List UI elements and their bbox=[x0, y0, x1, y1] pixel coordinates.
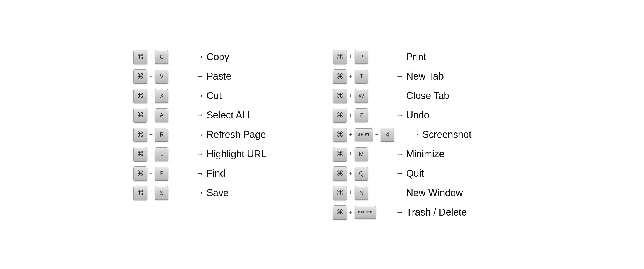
shortcut-row-cut: ⌘+X→Cut bbox=[133, 86, 311, 105]
plus-sign: + bbox=[349, 131, 353, 138]
letter-key: F bbox=[155, 167, 168, 180]
cmd-key: ⌘ bbox=[333, 108, 347, 122]
cmd-key: ⌘ bbox=[133, 166, 147, 181]
action-label: Select ALL bbox=[207, 110, 253, 121]
plus-sign: + bbox=[349, 53, 353, 60]
action-label: Cut bbox=[207, 90, 222, 101]
letter-key: N bbox=[355, 186, 368, 200]
cmd-key: ⌘ bbox=[133, 69, 147, 83]
letter-key: S bbox=[155, 186, 168, 200]
cmd-key: ⌘ bbox=[133, 128, 147, 142]
plus-sign: + bbox=[149, 92, 153, 99]
plus-sign: + bbox=[349, 189, 353, 196]
arrow: → bbox=[196, 53, 204, 61]
action-label: Save bbox=[207, 187, 229, 199]
letter-key: Q bbox=[355, 167, 368, 180]
shortcut-row-new-tab: ⌘+T→New Tab bbox=[333, 67, 511, 86]
shortcut-row-copy: ⌘+C→Copy bbox=[133, 47, 311, 67]
letter-key: R bbox=[155, 128, 168, 141]
key-combo: ⌘+F bbox=[133, 166, 193, 181]
action-label: Undo bbox=[406, 110, 430, 121]
letter-key: A bbox=[155, 108, 168, 122]
action-label: Screenshot bbox=[422, 129, 472, 140]
shortcut-row-minimize: ⌘+M→Minimize bbox=[333, 144, 511, 164]
key-combo: ⌘+A bbox=[133, 108, 193, 122]
arrow: → bbox=[196, 169, 204, 178]
shortcut-row-screenshot: ⌘+SHIFT+4→Screenshot bbox=[333, 125, 511, 144]
plus-sign: + bbox=[349, 73, 353, 80]
plus-sign: + bbox=[349, 92, 353, 99]
cmd-key: ⌘ bbox=[333, 186, 347, 200]
letter-key: C bbox=[155, 50, 168, 64]
key-combo: ⌘+C bbox=[133, 50, 193, 64]
arrow: → bbox=[396, 150, 404, 158]
action-label: Refresh Page bbox=[207, 129, 266, 140]
action-label: Quit bbox=[406, 168, 424, 179]
plus-sign: + bbox=[149, 131, 153, 138]
arrow: → bbox=[196, 111, 204, 120]
num-key: 4 bbox=[381, 128, 394, 141]
action-label: Trash / Delete bbox=[406, 207, 467, 218]
action-label: Minimize bbox=[406, 148, 445, 160]
cmd-key: ⌘ bbox=[133, 89, 147, 103]
delete-key: DELETE bbox=[355, 206, 376, 219]
plus-sign: + bbox=[349, 170, 353, 177]
cmd-key: ⌘ bbox=[333, 205, 347, 219]
cmd-key: ⌘ bbox=[333, 166, 347, 181]
action-label: Highlight URL bbox=[207, 148, 267, 160]
plus-sign: + bbox=[349, 209, 353, 216]
plus-sign: + bbox=[375, 131, 379, 138]
shortcut-row-find: ⌘+F→Find bbox=[133, 164, 311, 183]
shortcut-row-close-tab: ⌘+W→Close Tab bbox=[333, 86, 511, 105]
shortcut-row-trash-delete: ⌘+DELETE→Trash / Delete bbox=[333, 203, 511, 222]
arrow: → bbox=[196, 130, 204, 139]
cmd-key: ⌘ bbox=[333, 128, 347, 142]
shortcut-row-quit: ⌘+Q→Quit bbox=[333, 164, 511, 183]
letter-key: P bbox=[355, 50, 368, 64]
shortcut-row-refresh: ⌘+R→Refresh Page bbox=[133, 125, 311, 144]
letter-key: T bbox=[355, 70, 368, 83]
key-combo: ⌘+Z bbox=[333, 108, 392, 122]
action-label: Copy bbox=[207, 51, 229, 63]
arrow: → bbox=[396, 53, 404, 61]
shortcut-row-paste: ⌘+V→Paste bbox=[133, 67, 311, 86]
shortcut-row-print: ⌘+P→Print bbox=[333, 47, 511, 67]
key-combo: ⌘+L bbox=[133, 147, 193, 161]
arrow: → bbox=[196, 189, 204, 197]
shift-key: SHIFT bbox=[355, 128, 373, 141]
arrow: → bbox=[196, 91, 204, 100]
key-combo: ⌘+SHIFT+4 bbox=[333, 128, 408, 142]
right-column: ⌘+P→Print⌘+T→New Tab⌘+W→Close Tab⌘+Z→Und… bbox=[333, 47, 511, 222]
cmd-key: ⌘ bbox=[133, 50, 147, 64]
arrow: → bbox=[196, 72, 204, 81]
key-combo: ⌘+N bbox=[333, 186, 392, 200]
arrow: → bbox=[396, 72, 404, 81]
letter-key: L bbox=[155, 147, 168, 161]
key-combo: ⌘+S bbox=[133, 186, 193, 200]
key-combo: ⌘+P bbox=[333, 50, 392, 64]
plus-sign: + bbox=[149, 151, 153, 158]
key-combo: ⌘+DELETE bbox=[333, 205, 392, 219]
left-column: ⌘+C→Copy⌘+V→Paste⌘+X→Cut⌘+A→Select ALL⌘+… bbox=[133, 47, 311, 222]
letter-key: X bbox=[155, 89, 168, 103]
key-combo: ⌘+V bbox=[133, 69, 193, 83]
arrow: → bbox=[396, 208, 404, 217]
shortcut-row-select-all: ⌘+A→Select ALL bbox=[133, 105, 311, 125]
cmd-key: ⌘ bbox=[133, 186, 147, 200]
cmd-key: ⌘ bbox=[333, 50, 347, 64]
arrow: → bbox=[396, 169, 404, 178]
arrow: → bbox=[396, 91, 404, 100]
action-label: New Window bbox=[406, 187, 463, 199]
shortcut-row-highlight-url: ⌘+L→Highlight URL bbox=[133, 144, 311, 164]
plus-sign: + bbox=[149, 189, 153, 196]
arrow: → bbox=[412, 130, 420, 139]
key-combo: ⌘+R bbox=[133, 128, 193, 142]
cmd-key: ⌘ bbox=[333, 89, 347, 103]
plus-sign: + bbox=[349, 151, 353, 158]
cmd-key: ⌘ bbox=[133, 147, 147, 161]
key-combo: ⌘+T bbox=[333, 69, 392, 83]
key-combo: ⌘+W bbox=[333, 89, 392, 103]
letter-key: Z bbox=[355, 108, 368, 122]
shortcut-row-save: ⌘+S→Save bbox=[133, 183, 311, 203]
action-label: Find bbox=[207, 168, 226, 179]
